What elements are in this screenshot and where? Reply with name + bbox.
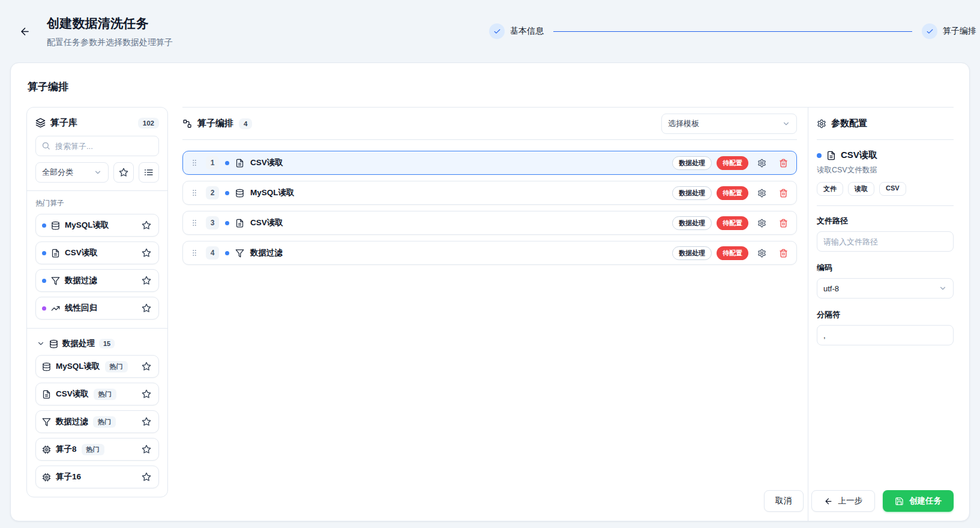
database-icon bbox=[235, 189, 244, 198]
delete-button[interactable] bbox=[775, 154, 792, 171]
chevron-down-icon bbox=[94, 168, 102, 177]
row-index-badge: 2 bbox=[206, 186, 219, 199]
database-icon bbox=[51, 221, 60, 230]
delete-button[interactable] bbox=[775, 214, 792, 231]
library-item-data-filter[interactable]: 数据过滤 热门 bbox=[35, 410, 159, 433]
status-badge: 待配置 bbox=[717, 156, 748, 170]
operator-name: CSV读取 bbox=[841, 150, 877, 161]
field-encoding: 编码 utf-8 bbox=[817, 262, 954, 299]
operator-library-panel: 算子库 102 全部分类 热门算子 bbox=[26, 107, 168, 497]
delete-button[interactable] bbox=[775, 184, 792, 201]
chevron-down-icon bbox=[939, 284, 947, 293]
flow-row-csv-read[interactable]: 1 CSV读取 数据处理 待配置 bbox=[182, 151, 797, 175]
gear-icon bbox=[817, 119, 826, 129]
configure-button[interactable] bbox=[753, 244, 770, 261]
favorite-filter-button[interactable] bbox=[113, 162, 134, 183]
favorite-toggle[interactable] bbox=[140, 443, 152, 455]
group-header-data-processing[interactable]: 数据处理 15 bbox=[35, 336, 159, 355]
field-label: 编码 bbox=[817, 262, 954, 273]
configure-button[interactable] bbox=[753, 184, 770, 201]
row-label: 数据过滤 bbox=[250, 247, 283, 258]
favorite-toggle[interactable] bbox=[140, 471, 152, 483]
delete-button[interactable] bbox=[775, 244, 792, 261]
field-delimiter: 分隔符 bbox=[817, 309, 954, 345]
file-icon bbox=[235, 159, 244, 168]
list-icon bbox=[144, 168, 154, 177]
drag-handle[interactable] bbox=[189, 157, 200, 169]
delimiter-input[interactable] bbox=[817, 325, 954, 345]
star-icon bbox=[142, 472, 151, 482]
save-icon bbox=[895, 497, 904, 506]
file-icon bbox=[826, 151, 836, 160]
favorite-toggle[interactable] bbox=[140, 275, 152, 287]
chevron-down-icon bbox=[37, 339, 45, 348]
operator-info-title: CSV读取 bbox=[817, 150, 954, 161]
favorite-toggle[interactable] bbox=[140, 360, 152, 372]
template-select-value: 选择模板 bbox=[668, 118, 699, 129]
hot-badge: 热门 bbox=[82, 444, 104, 455]
library-item-data-filter[interactable]: 数据过滤 bbox=[35, 269, 159, 292]
item-label: MySQL读取 bbox=[65, 220, 109, 231]
row-actions: 数据处理 待配置 bbox=[672, 214, 792, 231]
flow-row-data-filter[interactable]: 4 数据过滤 数据处理 待配置 bbox=[182, 241, 797, 265]
library-item-operator-16[interactable]: 算子16 bbox=[35, 466, 159, 488]
category-badge: 数据处理 bbox=[672, 156, 712, 170]
category-select[interactable]: 全部分类 bbox=[35, 162, 109, 183]
drag-handle[interactable] bbox=[189, 187, 200, 199]
step-operator-orchestration[interactable]: 算子编排 bbox=[922, 23, 976, 39]
flow-row-mysql-read[interactable]: 2 MySQL读取 数据处理 待配置 bbox=[182, 181, 797, 205]
row-label: CSV读取 bbox=[250, 217, 283, 228]
step-check-circle bbox=[922, 23, 937, 39]
star-icon bbox=[142, 248, 151, 258]
card-title: 算子编排 bbox=[11, 63, 969, 94]
category-badge: 数据处理 bbox=[672, 186, 712, 200]
library-item-operator-8[interactable]: 算子8 热门 bbox=[35, 438, 159, 461]
favorite-toggle[interactable] bbox=[140, 247, 152, 259]
back-button[interactable] bbox=[13, 20, 36, 43]
flow-row-csv-read-2[interactable]: 3 CSV读取 数据处理 待配置 bbox=[182, 211, 797, 235]
previous-step-button[interactable]: 上一步 bbox=[811, 490, 876, 512]
library-count-badge: 102 bbox=[138, 118, 159, 129]
search-input[interactable] bbox=[35, 136, 159, 156]
row-index-badge: 1 bbox=[206, 156, 219, 169]
item-label: MySQL读取 bbox=[56, 361, 100, 372]
favorite-toggle[interactable] bbox=[140, 302, 152, 314]
cancel-button[interactable]: 取消 bbox=[764, 490, 804, 512]
drag-handle[interactable] bbox=[189, 217, 200, 229]
item-label: 算子8 bbox=[56, 444, 77, 455]
row-label: MySQL读取 bbox=[250, 187, 295, 198]
star-icon bbox=[142, 445, 151, 454]
encoding-select[interactable]: utf-8 bbox=[817, 278, 954, 299]
favorite-toggle[interactable] bbox=[140, 219, 152, 231]
status-dot bbox=[817, 153, 822, 158]
operator-tags: 文件 读取 CSV bbox=[817, 182, 954, 196]
configure-button[interactable] bbox=[753, 214, 770, 231]
favorite-toggle[interactable] bbox=[140, 388, 152, 400]
columns: 算子库 102 全部分类 热门算子 bbox=[11, 107, 969, 521]
library-item-csv-read[interactable]: CSV读取 bbox=[35, 241, 159, 264]
page-title: 创建数据清洗任务 bbox=[47, 15, 173, 32]
library-item-csv-read[interactable]: CSV读取 热门 bbox=[35, 383, 159, 405]
template-select[interactable]: 选择模板 bbox=[661, 114, 797, 134]
cancel-label: 取消 bbox=[775, 496, 792, 506]
configure-button[interactable] bbox=[753, 154, 770, 171]
hot-badge: 热门 bbox=[93, 416, 116, 428]
create-task-button[interactable]: 创建任务 bbox=[883, 490, 954, 512]
step-basic-info[interactable]: 基本信息 bbox=[489, 23, 544, 39]
file-path-input[interactable] bbox=[817, 231, 954, 252]
library-item-linear-regression[interactable]: 线性回归 bbox=[35, 297, 159, 320]
filter-icon bbox=[42, 417, 51, 426]
params-title: 参数配置 bbox=[831, 118, 867, 129]
group-count-badge: 15 bbox=[99, 339, 115, 348]
database-icon bbox=[42, 362, 51, 371]
gear-icon bbox=[757, 219, 766, 228]
library-item-mysql-read[interactable]: MySQL读取 bbox=[35, 214, 159, 237]
search-wrap bbox=[35, 136, 159, 156]
library-item-mysql-read[interactable]: MySQL读取 热门 bbox=[35, 355, 159, 378]
favorite-toggle[interactable] bbox=[140, 416, 152, 428]
view-toggle-button[interactable] bbox=[139, 162, 159, 183]
drag-handle[interactable] bbox=[189, 247, 200, 259]
tag: 读取 bbox=[848, 182, 874, 196]
check-icon bbox=[926, 28, 934, 35]
grip-icon bbox=[190, 218, 199, 228]
